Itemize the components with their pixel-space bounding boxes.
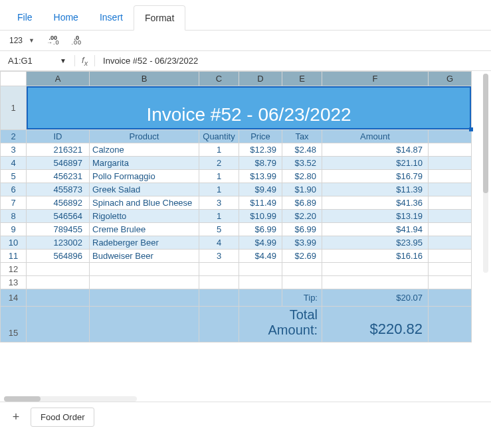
add-sheet-button[interactable]: + bbox=[8, 410, 24, 425]
cell-id[interactable]: 216321 bbox=[27, 143, 90, 157]
cell-price[interactable]: $12.39 bbox=[239, 143, 282, 157]
cell-amount[interactable]: $16.79 bbox=[322, 170, 429, 183]
cell[interactable] bbox=[199, 289, 239, 307]
formula-input[interactable]: Invoice #52 - 06/23/2022 bbox=[99, 54, 487, 68]
row-header[interactable]: 13 bbox=[1, 276, 27, 289]
cell-id[interactable]: 455873 bbox=[27, 183, 90, 196]
cell[interactable] bbox=[429, 196, 472, 210]
number-format-dropdown[interactable]: 123 bbox=[9, 36, 35, 45]
cell[interactable] bbox=[199, 263, 239, 276]
cell-price[interactable]: $10.99 bbox=[239, 210, 282, 223]
menu-home[interactable]: Home bbox=[43, 5, 89, 30]
tip-label[interactable]: Tip: bbox=[282, 289, 322, 307]
cell[interactable] bbox=[27, 263, 90, 276]
col-header-C[interactable]: C bbox=[199, 72, 239, 86]
cell[interactable] bbox=[322, 276, 429, 289]
cell[interactable] bbox=[429, 263, 472, 276]
cell-qty[interactable]: 2 bbox=[199, 157, 239, 170]
row-header[interactable]: 7 bbox=[1, 196, 27, 210]
cell-product[interactable]: Pollo Formaggio bbox=[90, 170, 199, 183]
cell[interactable] bbox=[429, 130, 472, 143]
cell-id[interactable]: 789455 bbox=[27, 223, 90, 236]
cell-tax[interactable]: $2.80 bbox=[282, 170, 322, 183]
cell-id[interactable]: 564896 bbox=[27, 250, 90, 263]
name-box[interactable]: A1:G1 ▼ bbox=[4, 54, 70, 68]
select-all-corner[interactable] bbox=[1, 72, 27, 86]
row-header[interactable]: 4 bbox=[1, 157, 27, 170]
cell-tax[interactable]: $3.99 bbox=[282, 236, 322, 250]
cell[interactable] bbox=[90, 307, 199, 342]
cell[interactable] bbox=[429, 307, 472, 342]
menu-format[interactable]: Format bbox=[134, 5, 185, 31]
header-product[interactable]: Product bbox=[90, 130, 199, 143]
col-header-B[interactable]: B bbox=[90, 72, 199, 86]
menu-insert[interactable]: Insert bbox=[89, 5, 134, 30]
cell[interactable] bbox=[199, 276, 239, 289]
cell[interactable] bbox=[429, 250, 472, 263]
cell[interactable] bbox=[90, 276, 199, 289]
cell-price[interactable]: $6.99 bbox=[239, 223, 282, 236]
cell-product[interactable]: Radeberger Beer bbox=[90, 236, 199, 250]
selection-handle[interactable] bbox=[469, 127, 473, 131]
col-header-D[interactable]: D bbox=[239, 72, 282, 86]
cell[interactable] bbox=[429, 289, 472, 307]
row-header[interactable]: 2 bbox=[1, 130, 27, 143]
cell-qty[interactable]: 1 bbox=[199, 210, 239, 223]
cell-id[interactable]: 123002 bbox=[27, 236, 90, 250]
cell-price[interactable]: $8.79 bbox=[239, 157, 282, 170]
cell-tax[interactable]: $2.48 bbox=[282, 143, 322, 157]
cell-price[interactable]: $13.99 bbox=[239, 170, 282, 183]
row-header[interactable]: 9 bbox=[1, 223, 27, 236]
col-header-E[interactable]: E bbox=[282, 72, 322, 86]
header-qty[interactable]: Quantity bbox=[199, 130, 239, 143]
cell-product[interactable]: Spinach and Blue Cheese bbox=[90, 196, 199, 210]
total-value[interactable]: $220.82 bbox=[322, 307, 429, 342]
cell-qty[interactable]: 4 bbox=[199, 236, 239, 250]
cell[interactable] bbox=[282, 276, 322, 289]
row-header[interactable]: 3 bbox=[1, 143, 27, 157]
cell-tax[interactable]: $6.89 bbox=[282, 196, 322, 210]
cell[interactable] bbox=[429, 183, 472, 196]
cell[interactable] bbox=[429, 276, 472, 289]
cell-qty[interactable]: 1 bbox=[199, 183, 239, 196]
spreadsheet-grid[interactable]: A B C D E F G 1 Invoice #52 - 06/23/2022… bbox=[0, 71, 472, 342]
cell[interactable] bbox=[429, 210, 472, 223]
cell[interactable] bbox=[429, 143, 472, 157]
cell-amount[interactable]: $14.87 bbox=[322, 143, 429, 157]
cell-amount[interactable]: $41.36 bbox=[322, 196, 429, 210]
cell-tax[interactable]: $2.20 bbox=[282, 210, 322, 223]
cell-price[interactable]: $9.49 bbox=[239, 183, 282, 196]
scrollbar-thumb[interactable] bbox=[483, 74, 488, 193]
cell[interactable] bbox=[429, 170, 472, 183]
cell[interactable] bbox=[27, 276, 90, 289]
header-tax[interactable]: Tax bbox=[282, 130, 322, 143]
total-label[interactable]: Total Amount: bbox=[239, 307, 322, 342]
increase-decimal-button[interactable]: .00 →.0 bbox=[47, 36, 60, 45]
cell-id[interactable]: 546564 bbox=[27, 210, 90, 223]
row-header[interactable]: 11 bbox=[1, 250, 27, 263]
cell-qty[interactable]: 1 bbox=[199, 170, 239, 183]
col-header-G[interactable]: G bbox=[429, 72, 472, 86]
cell-price[interactable]: $4.49 bbox=[239, 250, 282, 263]
invoice-title-cell[interactable]: Invoice #52 - 06/23/2022 bbox=[27, 86, 472, 130]
horizontal-scrollbar[interactable] bbox=[4, 396, 137, 402]
cell[interactable] bbox=[27, 307, 90, 342]
cell-product[interactable]: Budweiser Beer bbox=[90, 250, 199, 263]
sheet-tab[interactable]: Food Order bbox=[31, 408, 94, 427]
cell[interactable] bbox=[90, 263, 199, 276]
row-header[interactable]: 12 bbox=[1, 263, 27, 276]
cell[interactable] bbox=[429, 223, 472, 236]
row-header[interactable]: 5 bbox=[1, 170, 27, 183]
row-header[interactable]: 14 bbox=[1, 289, 27, 307]
row-header[interactable]: 1 bbox=[1, 86, 27, 130]
scrollbar-thumb[interactable] bbox=[4, 396, 41, 402]
vertical-scrollbar[interactable] bbox=[483, 74, 488, 273]
cell-price[interactable]: $11.49 bbox=[239, 196, 282, 210]
cell-qty[interactable]: 5 bbox=[199, 223, 239, 236]
cell-product[interactable]: Creme Brulee bbox=[90, 223, 199, 236]
cell-amount[interactable]: $11.39 bbox=[322, 183, 429, 196]
row-header[interactable]: 6 bbox=[1, 183, 27, 196]
cell-product[interactable]: Margarita bbox=[90, 157, 199, 170]
cell-product[interactable]: Greek Salad bbox=[90, 183, 199, 196]
decrease-decimal-button[interactable]: .0 .00 bbox=[71, 36, 82, 45]
